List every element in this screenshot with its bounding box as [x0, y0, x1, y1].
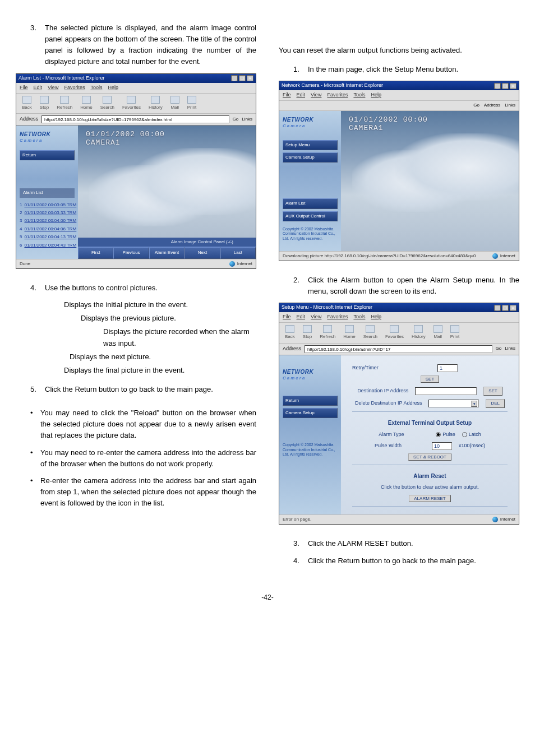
network-camera-logo: NETWORKCamera — [20, 130, 75, 145]
mail-button[interactable]: Mail — [433, 325, 442, 340]
maximize-icon[interactable]: □ — [502, 83, 509, 89]
window-titlebar: Setup Menu - Microsoft Internet Explorer… — [279, 303, 519, 312]
alarm-event-button[interactable]: Alarm Event — [149, 247, 185, 258]
dest-ip-row: Destination IP Address SET — [352, 387, 508, 396]
status-text: Downloading picture http://192.168.0.10/… — [283, 253, 476, 259]
back-button[interactable]: Back — [22, 96, 32, 111]
menu-favorites[interactable]: Favorites — [64, 84, 85, 92]
close-icon[interactable]: × — [510, 305, 516, 311]
home-icon — [345, 325, 354, 333]
menu-view[interactable]: View — [311, 313, 321, 321]
alarm-row[interactable]: 201/01/2002 00:03:33 TRM! — [20, 209, 75, 217]
pulse-width-input[interactable]: 10 — [432, 442, 452, 450]
dest-ip-input[interactable] — [415, 387, 477, 395]
menu-tools[interactable]: Tools — [90, 84, 102, 92]
mail-button[interactable]: Mail — [170, 96, 179, 111]
stop-button[interactable]: Stop — [40, 96, 49, 111]
menu-view[interactable]: View — [311, 91, 321, 99]
minimize-icon[interactable]: _ — [494, 305, 501, 311]
set-button-2[interactable]: SET — [483, 387, 502, 396]
return-button[interactable]: Return — [20, 150, 75, 160]
last-button[interactable]: Last — [220, 247, 256, 258]
menu-help[interactable]: Help — [371, 91, 381, 99]
set-reboot-button[interactable]: SET & REBOOT — [408, 453, 451, 461]
retry-timer-label: Retry/Timer — [352, 364, 431, 372]
maximize-icon[interactable]: □ — [502, 305, 509, 311]
aux-output-button[interactable]: AUX Output Control — [283, 211, 338, 221]
favorites-button[interactable]: Favorites — [385, 325, 404, 340]
go-button[interactable]: Go — [496, 345, 502, 352]
menu-file[interactable]: File — [283, 313, 291, 321]
history-button[interactable]: History — [149, 96, 163, 111]
minimize-icon[interactable]: _ — [231, 75, 238, 81]
browser-content: NETWORKCamera Return Alarm List 101/01/2… — [16, 126, 256, 259]
menu-help[interactable]: Help — [108, 84, 118, 92]
menu-tools[interactable]: Tools — [353, 91, 365, 99]
network-camera-logo: NETWORKCamera — [283, 368, 338, 382]
camera-setup-button[interactable]: Camera Setup — [283, 408, 338, 418]
menu-tools[interactable]: Tools — [353, 313, 365, 321]
alarm-row[interactable]: 301/01/2002 00:04:00 TRM! — [20, 217, 75, 225]
next-button[interactable]: Next — [185, 247, 220, 258]
alarm-list-label: Alarm List — [20, 188, 75, 197]
latch-radio[interactable]: Latch — [462, 431, 481, 439]
delete-dest-select[interactable]: ▾ — [428, 400, 479, 407]
search-button[interactable]: Search — [100, 96, 114, 111]
refresh-button[interactable]: Refresh — [57, 96, 72, 111]
previous-button[interactable]: Previous — [113, 247, 149, 258]
menu-view[interactable]: View — [48, 84, 58, 92]
setup-body: Retry/Timer 1 SET Destination IP Address… — [341, 355, 519, 514]
camera-setup-button[interactable]: Camera Setup — [283, 152, 338, 163]
menu-file[interactable]: File — [20, 84, 28, 92]
refresh-button[interactable]: Refresh — [320, 325, 335, 340]
alarm-list-button[interactable]: Alarm List — [283, 198, 338, 208]
maximize-icon[interactable]: □ — [239, 75, 246, 81]
del-button[interactable]: DEL — [486, 399, 505, 408]
back-button[interactable]: Back — [285, 325, 295, 340]
set-button[interactable]: SET — [421, 375, 440, 383]
alarm-row[interactable]: 101/01/2002 00:03:05 TRM! — [20, 201, 75, 209]
alarm-row[interactable]: 501/01/2002 00:04:13 TRM! — [20, 233, 75, 241]
address-input[interactable]: http://192.168.0.10/cgi-bin/fullsize?UID… — [41, 115, 229, 123]
setup-menu-button[interactable]: Setup Menu — [283, 140, 338, 150]
zone-indicator: Internet — [492, 253, 515, 259]
history-button[interactable]: History — [412, 325, 426, 340]
alarm-row[interactable]: 401/01/2002 00:04:06 TRM! — [20, 225, 75, 233]
favorites-button[interactable]: Favorites — [122, 96, 141, 111]
print-button[interactable]: Print — [450, 325, 459, 340]
delete-dest-label: Delete Destination IP Address — [355, 400, 422, 407]
menu-help[interactable]: Help — [371, 313, 381, 321]
retry-timer-input[interactable]: 1 — [437, 364, 458, 372]
go-button[interactable]: Go — [473, 102, 479, 109]
address-input[interactable]: http://192.168.0.10/cgi-bin/admin?UID=17 — [305, 345, 492, 353]
menu-favorites[interactable]: Favorites — [327, 91, 348, 99]
left-column: 3. The selected picture is displayed, an… — [16, 22, 256, 572]
step-4-sublist: Displays the initial picture in the even… — [16, 299, 256, 376]
menu-edit[interactable]: Edit — [297, 91, 306, 99]
return-button[interactable]: Return — [283, 396, 338, 406]
go-button[interactable]: Go — [233, 116, 239, 123]
menu-file[interactable]: File — [283, 91, 291, 99]
stop-button[interactable]: Stop — [303, 325, 312, 340]
first-button[interactable]: First — [78, 247, 113, 258]
links-label[interactable]: Links — [505, 345, 515, 352]
links-label[interactable]: Links — [242, 116, 252, 123]
menu-edit[interactable]: Edit — [34, 84, 43, 92]
menu-edit[interactable]: Edit — [297, 313, 306, 321]
alarm-reset-button[interactable]: ALARM RESET — [409, 495, 450, 502]
print-button[interactable]: Print — [187, 96, 196, 111]
search-button[interactable]: Search — [363, 325, 377, 340]
status-text: Done — [20, 261, 30, 267]
home-button[interactable]: Home — [80, 96, 92, 111]
browser-menubar: File Edit View Favorites Tools Help — [279, 312, 519, 323]
close-icon[interactable]: × — [510, 83, 516, 89]
links-label[interactable]: Links — [505, 102, 515, 109]
minimize-icon[interactable]: _ — [494, 83, 501, 89]
home-button[interactable]: Home — [343, 325, 355, 340]
favorites-icon — [390, 325, 399, 333]
close-icon[interactable]: × — [247, 75, 253, 81]
pulse-radio[interactable]: Pulse — [436, 431, 455, 439]
zone-indicator: Internet — [229, 261, 252, 267]
menu-favorites[interactable]: Favorites — [327, 313, 348, 321]
alarm-row[interactable]: 601/01/2002 00:04:43 TRM! — [20, 242, 75, 249]
